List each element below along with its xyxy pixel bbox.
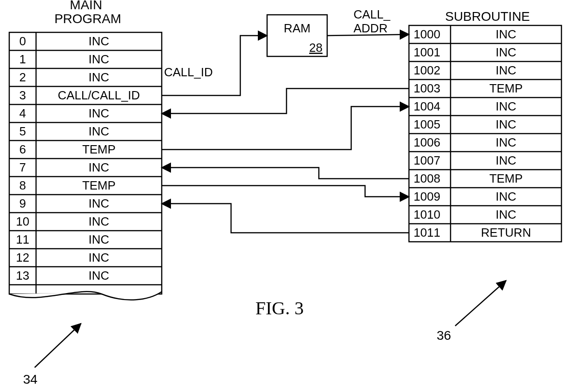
sub-row-addr: 1008	[414, 172, 440, 185]
sub-row-op: INC	[496, 153, 517, 167]
ref-34: 34	[23, 324, 81, 386]
arrow-sub3-main4	[162, 89, 409, 114]
sub-row-addr: 1004	[414, 99, 440, 113]
main-row-op: INC	[89, 34, 110, 48]
ram-ref: 28	[309, 41, 323, 55]
sub-row-op: INC	[496, 135, 517, 149]
main-row-addr: 13	[16, 269, 30, 282]
main-row-addr: 11	[16, 233, 30, 246]
connectors	[162, 35, 409, 233]
ref-36: 36	[437, 281, 506, 343]
call-id-label: CALL_ID	[164, 65, 213, 79]
sub-row-addr: 1007	[414, 153, 440, 167]
main-row-addr: 3	[19, 88, 26, 102]
ram-box: RAM 28	[267, 15, 327, 56]
main-row-op: INC	[89, 160, 110, 174]
main-row-op: INC	[89, 196, 110, 210]
sub-row-op: INC	[496, 208, 517, 221]
sub-row-addr: 1006	[414, 135, 440, 149]
main-row-addr: 6	[19, 142, 26, 156]
svg-line-31	[455, 281, 506, 326]
main-program-table: 0INC1INC2INC3CALL/CALL_ID4INC5INC6TEMP7I…	[9, 32, 162, 294]
sub-row-addr: 1010	[414, 208, 440, 221]
main-row-addr: 1	[19, 52, 26, 66]
sub-row-addr: 1003	[414, 81, 440, 95]
sub-row-op: INC	[496, 27, 517, 41]
sub-row-op: TEMP	[489, 172, 523, 185]
ref-34-label: 34	[23, 372, 37, 386]
sub-row-addr: 1002	[414, 63, 440, 77]
main-row-addr: 4	[19, 106, 26, 120]
sub-row-op: TEMP	[489, 81, 523, 95]
sub-row-addr: 1000	[414, 27, 440, 41]
main-row-addr: 10	[16, 214, 30, 228]
call-addr-label: CALL_ ADDR	[354, 7, 394, 35]
sub-row-op: INC	[496, 190, 517, 203]
arrow-sub8-main7	[162, 168, 409, 179]
main-row-op: INC	[89, 214, 110, 228]
sub-row-addr: 1009	[414, 190, 440, 203]
subroutine-table: 1000INC1001INC1002INC1003TEMP1004INC1005…	[409, 25, 561, 242]
arrow-main8-sub9	[162, 186, 409, 197]
main-program-title: MAIN PROGRAM	[55, 0, 122, 26]
ram-label: RAM	[284, 21, 311, 35]
main-row-op: TEMP	[82, 178, 116, 192]
sub-row-op: INC	[496, 45, 517, 59]
main-row-op: INC	[89, 106, 110, 120]
main-row-addr: 2	[19, 70, 26, 84]
main-row-op: INC	[89, 233, 110, 246]
main-row-addr: 5	[19, 124, 26, 138]
main-row-addr: 9	[19, 196, 26, 210]
sub-row-op: INC	[496, 117, 517, 131]
main-row-op: INC	[89, 52, 110, 66]
main-row-op: INC	[89, 70, 110, 84]
sub-row-op: INC	[496, 63, 517, 77]
main-row-addr: 7	[19, 160, 26, 174]
main-row-addr: 8	[19, 178, 26, 192]
sub-row-op: RETURN	[481, 226, 531, 239]
svg-rect-0	[9, 32, 162, 294]
sub-row-addr: 1011	[414, 226, 440, 239]
sub-row-op: INC	[496, 99, 517, 113]
figure-label: FIG. 3	[256, 298, 304, 318]
main-row-op: CALL/CALL_ID	[58, 88, 140, 102]
main-row-op: INC	[89, 124, 110, 138]
main-row-op: INC	[89, 251, 110, 264]
arrow-call-addr	[327, 35, 409, 36]
subroutine-title: SUBROUTINE	[445, 9, 530, 24]
arrow-return-main9	[162, 204, 409, 233]
main-row-addr: 12	[16, 251, 30, 264]
ref-36-label: 36	[437, 328, 451, 343]
main-row-addr: 0	[19, 34, 26, 48]
main-row-op: TEMP	[82, 142, 116, 156]
main-row-op: INC	[89, 269, 110, 282]
sub-row-addr: 1005	[414, 117, 440, 131]
svg-line-30	[35, 324, 81, 368]
sub-row-addr: 1001	[414, 45, 440, 59]
